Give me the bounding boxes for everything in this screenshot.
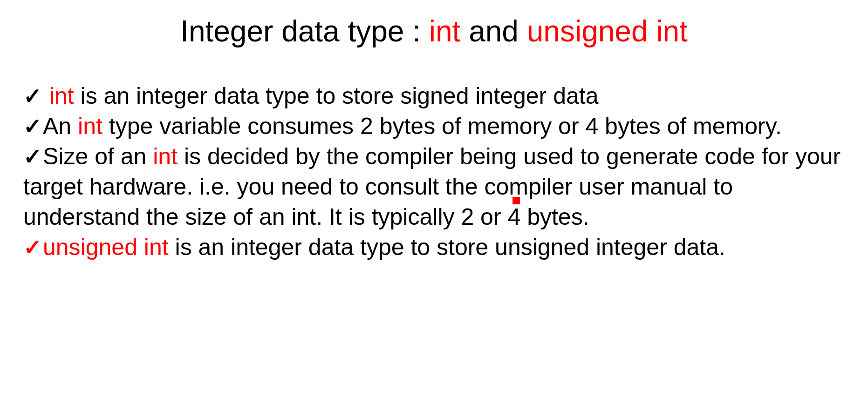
bullet-2-pre: An	[43, 113, 78, 139]
slide-content: ✓ int is an integer data type to store s…	[23, 81, 845, 263]
bullet-1-red: int	[49, 83, 74, 109]
bullet-3-red: int	[153, 143, 178, 169]
title-part4-red: unsigned int	[527, 14, 688, 48]
title-part3: and	[460, 14, 526, 48]
bullet-1-pre	[43, 83, 49, 109]
title-part1: Integer data type :	[180, 14, 429, 48]
bullet-4: ✓unsigned int is an integer data type to…	[23, 232, 845, 263]
bullet-1: ✓ int is an integer data type to store s…	[23, 81, 845, 111]
bullet-2-post: type variable consumes 2 bytes of memory…	[103, 113, 782, 139]
bullet-2-red: int	[78, 113, 103, 139]
bullet-4-post: is an integer data type to store unsigne…	[169, 234, 725, 260]
checkmark-icon: ✓	[23, 112, 42, 141]
title-part2-red: int	[429, 14, 461, 48]
bullet-4-red: unsigned int	[43, 234, 169, 260]
pointer-cursor	[513, 197, 520, 204]
bullet-3-pre: Size of an	[43, 143, 153, 169]
checkmark-icon: ✓	[23, 142, 42, 171]
checkmark-icon: ✓	[23, 82, 42, 111]
bullet-2: ✓An int type variable consumes 2 bytes o…	[23, 111, 845, 141]
slide-title: Integer data type : int and unsigned int	[23, 14, 845, 48]
checkmark-icon: ✓	[23, 233, 42, 262]
bullet-3: ✓Size of an int is decided by the compil…	[23, 141, 845, 232]
bullet-1-post: is an integer data type to store signed …	[74, 83, 599, 109]
